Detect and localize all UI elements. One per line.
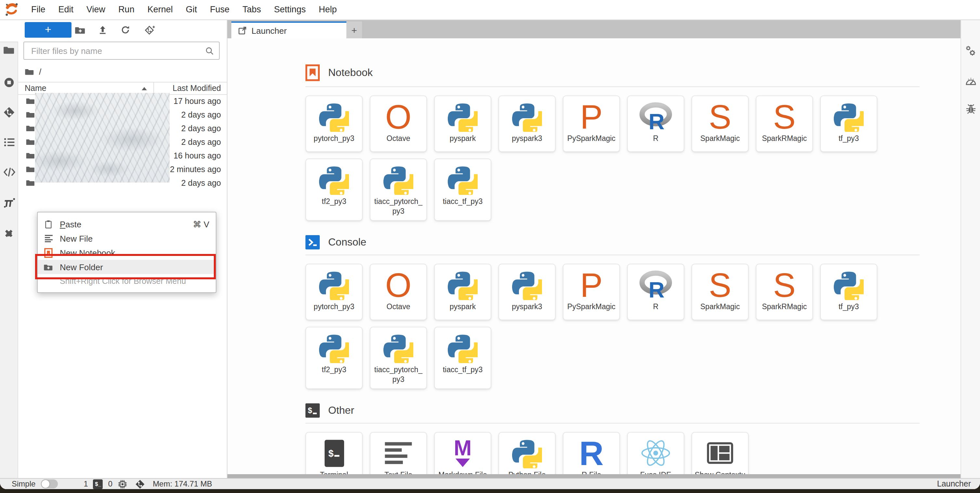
column-header-last-modified[interactable]: Last Modified xyxy=(154,84,227,93)
git-status-icon[interactable] xyxy=(135,479,145,489)
last-modified-value: 2 days ago xyxy=(181,110,227,119)
breadcrumb-root[interactable]: / xyxy=(39,67,41,76)
launcher-card-tiacc-tf-py3[interactable]: tiacc_tf_py3 xyxy=(434,327,491,389)
table-of-contents-icon[interactable] xyxy=(0,135,18,149)
section-header-console: Console xyxy=(305,235,920,249)
menu-item-help[interactable]: Help xyxy=(312,0,344,19)
launcher-card-pyspark3[interactable]: pyspark3 xyxy=(498,95,556,152)
running-sessions-indicator[interactable]: 1 $_ 0 xyxy=(84,479,127,489)
menu-item-settings[interactable]: Settings xyxy=(267,0,312,19)
pi-extension-icon[interactable] xyxy=(0,195,18,210)
section-divider xyxy=(305,86,920,87)
launcher-card-pysparkmagic[interactable]: PPySparkMagic xyxy=(563,95,620,152)
new-folder-icon[interactable] xyxy=(73,23,87,37)
context-help-icon xyxy=(706,436,734,470)
launcher-card-sparkrmagic[interactable]: SSparkRMagic xyxy=(756,95,813,152)
python-icon xyxy=(319,331,349,365)
launcher-card-sparkrmagic[interactable]: SSparkRMagic xyxy=(756,264,813,320)
code-snippets-icon[interactable] xyxy=(0,165,18,179)
python-icon xyxy=(319,268,349,302)
terminal-dark-icon: $ xyxy=(324,436,344,470)
launcher-card-r[interactable]: RR xyxy=(627,95,684,152)
launcher-card-pyspark[interactable]: pyspark xyxy=(434,264,491,320)
letter-icon: S xyxy=(773,100,795,134)
folder-icon xyxy=(25,67,35,76)
python-icon xyxy=(834,100,864,134)
menu-item-edit[interactable]: Edit xyxy=(52,0,80,19)
launcher-cards: pytorch_py3OOctavepysparkpyspark3PPySpar… xyxy=(305,264,920,389)
folder-icon xyxy=(26,151,35,160)
extensions-icon[interactable] xyxy=(0,226,18,240)
text-lines-icon xyxy=(385,436,412,470)
git-icon[interactable] xyxy=(0,105,18,119)
launcher-card-fuse-ide[interactable]: Fuse IDE xyxy=(627,432,684,474)
python-icon xyxy=(383,163,413,197)
menu-item-file[interactable]: File xyxy=(25,0,52,19)
card-label: Show Contextual Help xyxy=(692,470,748,474)
breadcrumb[interactable]: / xyxy=(25,66,41,77)
property-inspector-gears-icon[interactable] xyxy=(961,43,980,58)
launcher-card-tf2-py3[interactable]: tf2_py3 xyxy=(305,159,363,221)
launcher-section-console: Consolepytorch_py3OOctavepysparkpyspark3… xyxy=(305,235,920,389)
menu-item-view[interactable]: View xyxy=(80,0,112,19)
debugger-bug-icon[interactable] xyxy=(961,102,980,116)
context-menu-item-paste[interactable]: Paste⌘ V xyxy=(38,217,216,231)
other-terminal-icon: $ xyxy=(305,403,320,418)
launcher-card-text-file[interactable]: Text File xyxy=(370,432,427,474)
last-modified-value: 2 days ago xyxy=(181,124,227,133)
launcher-card-show-contextual-help[interactable]: Show Contextual Help xyxy=(692,432,749,474)
launcher-card-octave[interactable]: OOctave xyxy=(370,95,427,152)
folder-icon xyxy=(26,111,35,119)
menu-item-fuse[interactable]: Fuse xyxy=(204,0,236,19)
refresh-icon[interactable] xyxy=(118,23,132,37)
python-icon xyxy=(448,331,478,365)
letter-icon: S xyxy=(709,100,731,134)
filter-files-input[interactable] xyxy=(30,45,205,56)
menu-item-tabs[interactable]: Tabs xyxy=(236,0,267,19)
launcher-card-tiacc-tf-py3[interactable]: tiacc_tf_py3 xyxy=(434,159,491,221)
horizontal-scrollbar[interactable] xyxy=(228,474,961,478)
launcher-card-sparkmagic[interactable]: SSparkMagic xyxy=(692,264,749,320)
launcher-card-markdown-file[interactable]: MMarkdown File xyxy=(434,432,491,474)
launcher-card-pytorch-py3[interactable]: pytorch_py3 xyxy=(305,264,363,320)
card-label: tiacc_pytorch_py3 xyxy=(371,197,426,220)
menu-item-run[interactable]: Run xyxy=(112,0,141,19)
last-modified-value: 2 days ago xyxy=(181,178,227,187)
new-tab-button[interactable]: + xyxy=(346,21,362,38)
launcher-card-pyspark3[interactable]: pyspark3 xyxy=(498,264,556,320)
launcher-card-terminal[interactable]: $Terminal xyxy=(305,432,363,474)
launcher-card-tiacc-pytorch-py3[interactable]: tiacc_pytorch_py3 xyxy=(370,327,427,389)
simple-mode-toggle[interactable] xyxy=(41,479,57,488)
menu-item-kernel[interactable]: Kernel xyxy=(141,0,179,19)
launcher-card-r[interactable]: RR xyxy=(627,264,684,320)
running-kernels-icon[interactable] xyxy=(0,75,18,90)
new-launcher-button[interactable]: + xyxy=(25,22,72,38)
dashboard-gauge-icon[interactable] xyxy=(961,73,980,88)
upload-icon[interactable] xyxy=(95,23,110,37)
launcher-card-tf-py3[interactable]: tf_py3 xyxy=(820,95,877,152)
menu-item-git[interactable]: Git xyxy=(179,0,204,19)
context-menu-item-new-file[interactable]: New File xyxy=(38,231,216,246)
tab-launcher-label: Launcher xyxy=(251,25,286,35)
column-header-name[interactable]: Name xyxy=(25,84,46,93)
launcher-card-tf2-py3[interactable]: tf2_py3 xyxy=(305,327,363,389)
tab-launcher[interactable]: Launcher xyxy=(231,21,346,38)
card-label: Octave xyxy=(385,302,412,315)
files-icon[interactable] xyxy=(0,43,18,57)
launcher-card-tf-py3[interactable]: tf_py3 xyxy=(820,264,877,320)
launcher-card-tiacc-pytorch-py3[interactable]: tiacc_pytorch_py3 xyxy=(370,159,427,221)
launcher-card-python-file[interactable]: Python File xyxy=(498,432,556,474)
launcher-card-pyspark[interactable]: pyspark xyxy=(434,95,491,152)
launcher-card-pytorch-py3[interactable]: pytorch_py3 xyxy=(305,95,363,152)
tab-bar: Launcher + xyxy=(228,20,961,38)
card-label: pytorch_py3 xyxy=(312,134,356,147)
card-label: Text File xyxy=(382,470,414,474)
letter-icon: P xyxy=(580,268,603,302)
python-icon xyxy=(512,436,542,470)
launcher-card-octave[interactable]: OOctave xyxy=(370,264,427,320)
launcher-card-pysparkmagic[interactable]: PPySparkMagic xyxy=(563,264,620,320)
launcher-card-r-file[interactable]: RR File xyxy=(563,432,620,474)
context-menu-item-label: New File xyxy=(60,233,92,243)
git-clone-icon[interactable] xyxy=(142,23,157,37)
launcher-card-sparkmagic[interactable]: SSparkMagic xyxy=(692,95,749,152)
